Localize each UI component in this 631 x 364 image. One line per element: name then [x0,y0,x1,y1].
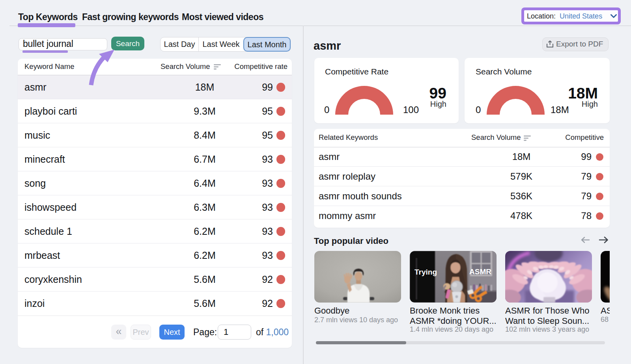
svg-text:ASMR: ASMR [469,267,491,276]
svg-text:Trying: Trying [414,268,437,276]
